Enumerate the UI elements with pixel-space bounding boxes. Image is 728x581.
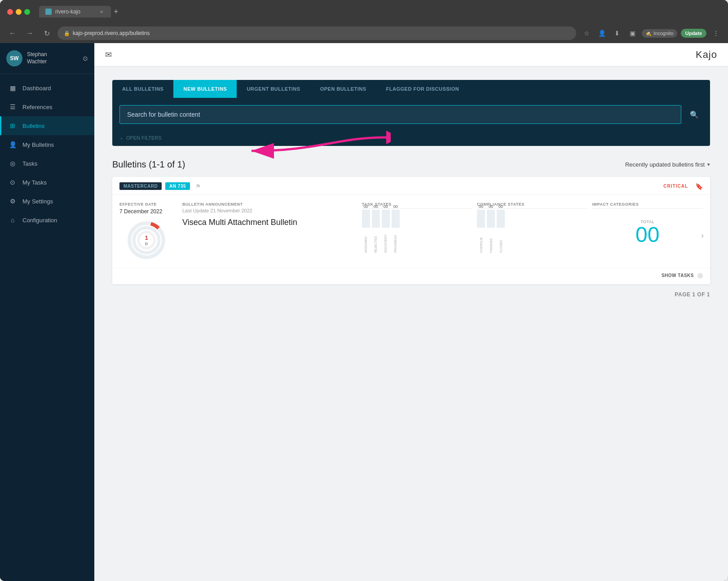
bookmark-icon[interactable]: 🔖 bbox=[695, 183, 703, 190]
sidebar-item-label: Tasks bbox=[22, 160, 37, 167]
sidebar-item-label: Configuration bbox=[22, 217, 57, 224]
sidebar-user-area: SW Stephan Wachter ⊙ bbox=[0, 43, 94, 74]
card-right: TASK STATES 00 ASSIGNED 00 bbox=[362, 202, 703, 260]
address-bar[interactable]: 🔒 kajo-preprod.rivero.app/bulletins bbox=[57, 26, 576, 40]
search-input[interactable] bbox=[119, 105, 681, 124]
sidebar-item-my-settings[interactable]: ⚙ My Settings bbox=[0, 192, 94, 211]
filter-chevron-icon: ⌄ bbox=[119, 135, 124, 141]
sidebar-close-icon[interactable]: ⊙ bbox=[83, 55, 88, 62]
browser-titlebar: rivero-kajo ✕ + bbox=[0, 0, 728, 23]
incognito-badge: 🕵 Incognito bbox=[642, 29, 677, 38]
app-title: Kajo bbox=[696, 49, 717, 61]
card-body: EFFECTIVE DATE 7 December 2022 bbox=[112, 195, 710, 268]
minimize-button[interactable] bbox=[16, 9, 22, 15]
circular-chart: 1 D bbox=[126, 220, 167, 260]
sidebar-item-bulletins[interactable]: ⊞ Bulletins bbox=[0, 116, 94, 135]
effective-date-label: EFFECTIVE DATE bbox=[119, 202, 173, 207]
list-title: Bulletins (1-1 of 1) bbox=[112, 159, 185, 170]
tag-mastercard: MASTERCARD bbox=[119, 182, 162, 190]
sidebar-item-label: My Bulletins bbox=[22, 141, 54, 148]
app-body: SW Stephan Wachter ⊙ ▦ Dashboard ☰ Refer… bbox=[0, 43, 728, 581]
sidebar-item-configuration[interactable]: ⌂ Configuration bbox=[0, 211, 94, 229]
sidebar-item-label: My Tasks bbox=[22, 179, 47, 186]
sidebar-nav: ▦ Dashboard ☰ References ⊞ Bulletins 👤 M… bbox=[0, 74, 94, 581]
mail-icon[interactable]: ✉ bbox=[105, 50, 112, 60]
user-name: Stephan Wachter bbox=[27, 51, 47, 65]
search-area: 🔍 bbox=[112, 98, 710, 131]
effective-date-value: 7 December 2022 bbox=[119, 208, 173, 215]
tab-open-bulletins[interactable]: OPEN BULLETINS bbox=[310, 80, 376, 98]
impact-categories-section: IMPACT CATEGORIES TOTAL 00 bbox=[592, 202, 703, 260]
configuration-icon: ⌂ bbox=[8, 216, 17, 224]
tab-all-bulletins[interactable]: ALL BULLETINS bbox=[112, 80, 173, 98]
show-tasks-icon[interactable]: ◎ bbox=[697, 272, 703, 279]
chart-center-label: 1 D bbox=[145, 234, 148, 246]
bar-finished: 00 FINISHED bbox=[487, 204, 495, 253]
tab-flagged-discussion[interactable]: FLAGGED FOR DISCUSSION bbox=[376, 80, 469, 98]
incognito-icon: 🕵 bbox=[645, 31, 652, 36]
sidebar-item-label: Dashboard bbox=[22, 85, 51, 92]
avatar: SW bbox=[6, 50, 22, 66]
show-tasks-row: SHOW TASKS ◎ bbox=[112, 268, 710, 284]
star-icon[interactable]: ☆ bbox=[581, 27, 592, 39]
sidebar: SW Stephan Wachter ⊙ ▦ Dashboard ☰ Refer… bbox=[0, 43, 94, 581]
sidebar-item-my-tasks[interactable]: ⊙ My Tasks bbox=[0, 173, 94, 192]
menu-icon[interactable]: ⋮ bbox=[710, 27, 722, 39]
refresh-button[interactable]: ↻ bbox=[40, 27, 53, 40]
bar-rejected: 00 REJECTED bbox=[372, 204, 380, 253]
download-icon[interactable]: ⬇ bbox=[611, 27, 623, 39]
impact-total: TOTAL 00 bbox=[592, 212, 703, 253]
url-text: kajo-preprod.rivero.app/bulletins bbox=[73, 30, 150, 36]
extensions-icon[interactable]: ▣ bbox=[627, 27, 638, 39]
browser-tab[interactable]: rivero-kajo ✕ bbox=[39, 6, 111, 18]
back-button[interactable]: ← bbox=[6, 27, 19, 40]
tab-urgent-bulletins[interactable]: URGENT BULLETINS bbox=[237, 80, 310, 98]
new-tab-button[interactable]: + bbox=[114, 7, 119, 17]
browser-toolbar: ← → ↻ 🔒 kajo-preprod.rivero.app/bulletin… bbox=[0, 23, 728, 43]
bar-discovery: 00 DISCOVERY bbox=[382, 204, 390, 253]
bar-assigned: 00 ASSIGNED bbox=[362, 204, 370, 253]
flag-icon[interactable]: ⚑ bbox=[195, 183, 201, 190]
sidebar-item-tasks[interactable]: ◎ Tasks bbox=[0, 154, 94, 173]
sidebar-item-my-bulletins[interactable]: 👤 My Bulletins bbox=[0, 135, 94, 154]
bar-progress: 00 PROGRESS bbox=[392, 204, 400, 253]
close-button[interactable] bbox=[7, 9, 13, 15]
update-button[interactable]: Update bbox=[681, 29, 706, 38]
profile-icon[interactable]: 👤 bbox=[596, 27, 608, 39]
compliance-states-section: COMPLIANCE STATES 00 OVERDUE 00 bbox=[477, 202, 587, 260]
main-area: ✉ Kajo ALL BULLETINS NEW BULLETINS URGEN… bbox=[94, 43, 728, 581]
filters-row[interactable]: ⌄ OPEN FILTERS bbox=[112, 131, 710, 146]
references-icon: ☰ bbox=[8, 102, 17, 111]
sidebar-item-dashboard[interactable]: ▦ Dashboard bbox=[0, 79, 94, 97]
forward-button[interactable]: → bbox=[23, 27, 36, 40]
tab-new-bulletins[interactable]: NEW BULLETINS bbox=[173, 80, 237, 98]
tasks-icon: ◎ bbox=[8, 159, 17, 168]
sidebar-item-label: My Settings bbox=[22, 198, 53, 205]
sidebar-item-label: Bulletins bbox=[22, 123, 44, 129]
pagination: PAGE 1 OF 1 bbox=[112, 291, 710, 298]
my-bulletins-icon: 👤 bbox=[8, 140, 17, 149]
total-value: 00 bbox=[635, 224, 659, 246]
list-header: Bulletins (1-1 of 1) Recently updated bu… bbox=[112, 159, 710, 170]
bar-overdue: 00 OVERDUE bbox=[477, 204, 485, 253]
sidebar-item-label: References bbox=[22, 104, 52, 110]
card-middle: BULLETIN ANNOUNCEMENT Last Update 21 Nov… bbox=[182, 202, 353, 260]
lock-icon: 🔒 bbox=[64, 31, 70, 36]
chevron-down-icon: ▾ bbox=[707, 162, 710, 167]
sort-control[interactable]: Recently updated bulletins first ▾ bbox=[625, 161, 710, 168]
tag-an: AN 735 bbox=[165, 182, 190, 190]
tab-close-icon[interactable]: ✕ bbox=[98, 9, 105, 15]
maximize-button[interactable] bbox=[24, 9, 30, 15]
open-filters-label: OPEN FILTERS bbox=[126, 135, 162, 141]
sidebar-item-references[interactable]: ☰ References bbox=[0, 97, 94, 116]
show-tasks-label[interactable]: SHOW TASKS bbox=[662, 273, 694, 278]
bar-closed: 00 CLOSED bbox=[497, 204, 505, 253]
search-button[interactable]: 🔍 bbox=[686, 106, 703, 123]
content-area: ALL BULLETINS NEW BULLETINS URGENT BULLE… bbox=[94, 66, 728, 581]
impact-categories-label: IMPACT CATEGORIES bbox=[592, 202, 703, 209]
card-chevron-icon[interactable]: › bbox=[701, 230, 704, 240]
compliance-states-bars: 00 OVERDUE 00 FINISHED bbox=[477, 212, 587, 253]
dashboard-icon: ▦ bbox=[8, 84, 17, 92]
bulletin-announce-label: BULLETIN ANNOUNCEMENT bbox=[182, 202, 353, 207]
incognito-label: Incognito bbox=[653, 31, 674, 36]
